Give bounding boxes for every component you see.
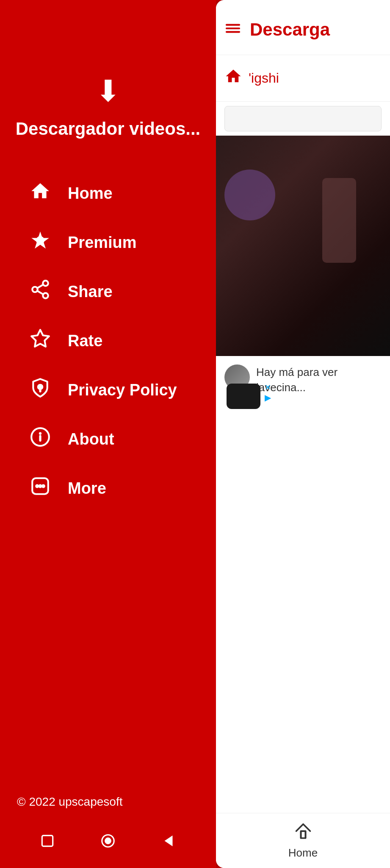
nav-item-premium[interactable]: Premium xyxy=(25,218,216,267)
right-home-nav-icon xyxy=(224,67,242,89)
app-title: Descargador videos... xyxy=(16,119,201,139)
system-circle-button[interactable] xyxy=(100,833,116,853)
svg-marker-6 xyxy=(31,330,49,347)
download-icon: ⬇ xyxy=(96,76,121,106)
ad-arrow-icon: ▶ xyxy=(265,392,271,403)
video-frame xyxy=(216,136,390,356)
video-thumbnail xyxy=(216,136,390,356)
svg-marker-19 xyxy=(165,835,173,846)
svg-line-4 xyxy=(37,291,43,294)
nav-label-about: About xyxy=(68,430,114,448)
nav-item-rate[interactable]: Rate xyxy=(25,316,216,365)
nav-label-share: Share xyxy=(68,283,113,301)
nav-label-more: More xyxy=(68,479,106,498)
svg-point-15 xyxy=(42,485,44,487)
nav-item-share[interactable]: Share xyxy=(25,267,216,316)
privacy-icon xyxy=(25,377,55,403)
nav-item-about[interactable]: About xyxy=(25,415,216,464)
nav-label-home: Home xyxy=(68,184,113,203)
hamburger-menu-icon[interactable] xyxy=(224,20,241,39)
right-nav-text: 'igshi xyxy=(249,70,279,86)
right-panel-header: Descarga xyxy=(216,0,390,55)
more-icon xyxy=(25,476,55,501)
video-decoration-purple xyxy=(224,170,275,220)
nav-item-privacy[interactable]: Privacy Policy xyxy=(25,365,216,415)
share-icon xyxy=(25,279,55,304)
right-bottom-home-label: Home xyxy=(288,846,318,860)
right-bottom-home-icon[interactable] xyxy=(294,822,313,844)
ad-text: Hay má para ver lavecina... xyxy=(256,364,382,395)
drawer-menu: ⬇ Descargador videos... Home Premium xyxy=(0,0,216,868)
system-navigation-bar xyxy=(0,817,216,868)
rate-star-icon xyxy=(25,328,55,353)
app-header: ⬇ Descargador videos... xyxy=(0,0,216,156)
premium-icon xyxy=(25,230,55,255)
home-icon xyxy=(25,181,55,206)
right-panel-title: Descarga xyxy=(250,19,330,40)
nav-item-home[interactable]: Home xyxy=(25,169,216,218)
right-panel: Descarga 'igshi Hay má para ver lavecina… xyxy=(216,0,390,868)
system-square-button[interactable] xyxy=(39,833,55,853)
nav-label-privacy: Privacy Policy xyxy=(68,381,177,399)
ad-x-icon[interactable]: ✕ xyxy=(265,383,271,392)
nav-menu: Home Premium Sh xyxy=(0,156,216,513)
svg-rect-16 xyxy=(42,835,53,846)
svg-point-14 xyxy=(39,485,41,487)
system-back-button[interactable] xyxy=(160,833,177,853)
right-panel-input[interactable] xyxy=(224,106,382,131)
right-panel-sub-nav: 'igshi xyxy=(216,55,390,102)
nav-label-rate: Rate xyxy=(68,332,102,350)
copyright-text: © 2022 upscapesoft xyxy=(17,795,122,809)
right-bottom-nav: Home xyxy=(216,813,390,868)
svg-rect-23 xyxy=(301,831,305,838)
svg-point-13 xyxy=(36,485,38,487)
svg-point-18 xyxy=(105,838,111,843)
nav-item-more[interactable]: More xyxy=(25,464,216,513)
video-decoration-figure xyxy=(322,178,356,263)
ad-banner: Hay má para ver lavecina... ▶ ✕ xyxy=(216,356,390,420)
about-icon xyxy=(25,426,55,452)
nav-label-premium: Premium xyxy=(68,234,137,252)
ad-close-button[interactable] xyxy=(227,384,260,409)
svg-line-5 xyxy=(37,285,43,288)
